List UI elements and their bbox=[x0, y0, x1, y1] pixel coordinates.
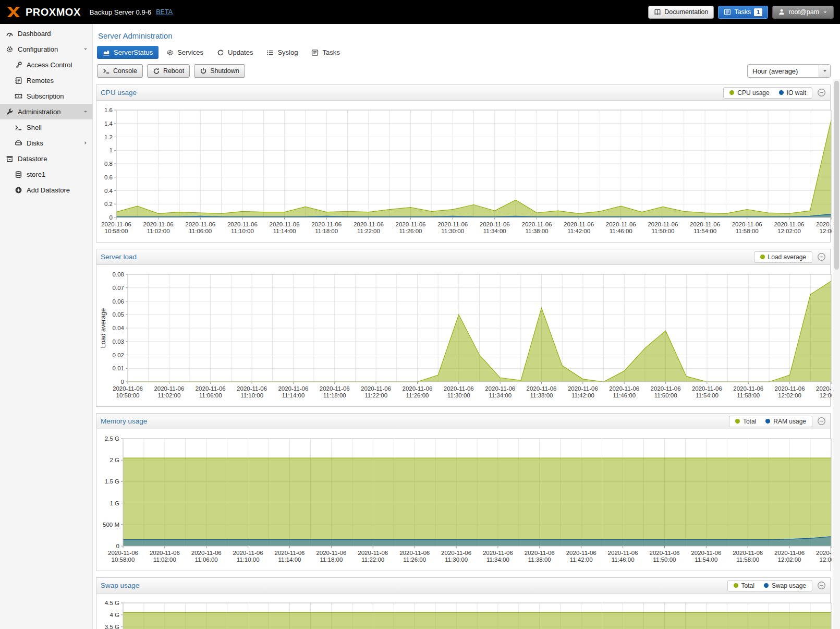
tab-updates[interactable]: Updates bbox=[211, 46, 259, 59]
svg-text:11:38:00: 11:38:00 bbox=[528, 557, 551, 563]
tab-bar: ServerStatusServicesUpdatesSyslogTasks bbox=[97, 46, 831, 59]
reboot-button[interactable]: Reboot bbox=[147, 64, 190, 78]
svg-text:10:58:00: 10:58:00 bbox=[112, 557, 135, 563]
sidebar-item-add-datastore[interactable]: Add Datastore bbox=[0, 182, 92, 198]
svg-text:0.08: 0.08 bbox=[113, 271, 124, 277]
svg-text:2020-11-06: 2020-11-06 bbox=[403, 385, 433, 392]
svg-text:2020-11-06: 2020-11-06 bbox=[816, 550, 832, 556]
caret-right-icon[interactable] bbox=[82, 140, 89, 146]
collapse-panel-button[interactable] bbox=[817, 417, 826, 426]
svg-text:2020-11-06: 2020-11-06 bbox=[399, 550, 430, 556]
sidebar-item-subscription[interactable]: Subscription bbox=[0, 88, 92, 104]
svg-text:2020-11-06: 2020-11-06 bbox=[354, 221, 384, 227]
console-label: Console bbox=[113, 67, 137, 75]
tab-serverstatus[interactable]: ServerStatus bbox=[97, 46, 159, 59]
sidebar-item-label: store1 bbox=[27, 171, 45, 178]
scrollbar[interactable] bbox=[833, 79, 840, 629]
svg-text:11:50:00: 11:50:00 bbox=[654, 392, 677, 398]
svg-text:0.04: 0.04 bbox=[113, 325, 125, 331]
collapse-panel-button[interactable] bbox=[817, 88, 826, 97]
caret-down-icon[interactable] bbox=[82, 108, 89, 115]
svg-text:2020-11-06: 2020-11-06 bbox=[522, 221, 552, 227]
tasks-icon bbox=[311, 49, 319, 56]
sidebar-item-configuration[interactable]: Configuration bbox=[0, 41, 92, 57]
svg-text:2020-11-06: 2020-11-06 bbox=[650, 550, 680, 556]
svg-text:11:46:00: 11:46:00 bbox=[613, 392, 636, 398]
timeframe-select[interactable]: Hour (average) bbox=[747, 64, 831, 78]
svg-text:1 G: 1 G bbox=[109, 500, 119, 506]
svg-text:11:06:00: 11:06:00 bbox=[199, 392, 222, 398]
sidebar-item-label: Remotes bbox=[27, 77, 54, 84]
svg-text:0.8: 0.8 bbox=[104, 161, 113, 167]
svg-text:11:58:00: 11:58:00 bbox=[736, 228, 759, 234]
svg-text:2020-11-06: 2020-11-06 bbox=[527, 385, 557, 392]
sidebar-item-access-control[interactable]: Access Control bbox=[0, 57, 92, 72]
svg-text:10:58:00: 10:58:00 bbox=[105, 228, 128, 234]
chart-canvas: 0500 M1 G1.5 G2 G2.5 G3 G3.5 G4 G4.5 G20… bbox=[99, 597, 832, 629]
caret-down-icon[interactable] bbox=[82, 46, 89, 52]
svg-text:2020-11-06: 2020-11-06 bbox=[525, 550, 555, 556]
svg-text:0.02: 0.02 bbox=[113, 352, 124, 358]
svg-text:1.5 G: 1.5 G bbox=[105, 478, 119, 485]
tab-label: Syslog bbox=[277, 49, 298, 56]
svg-text:2020-11-06: 2020-11-06 bbox=[108, 550, 138, 556]
scrollbar-thumb[interactable] bbox=[834, 81, 839, 270]
sidebar-item-administration[interactable]: Administration bbox=[0, 104, 92, 119]
svg-text:11:02:00: 11:02:00 bbox=[147, 228, 170, 234]
legend-item: Swap usage bbox=[764, 582, 806, 589]
combo-trigger[interactable] bbox=[819, 65, 830, 77]
svg-text:4.5 G: 4.5 G bbox=[105, 600, 119, 606]
panel-title: Swap usage bbox=[101, 582, 139, 589]
console-button[interactable]: Console bbox=[97, 64, 143, 78]
chart-legend: CPU usageIO wait bbox=[723, 87, 812, 99]
svg-text:0.07: 0.07 bbox=[113, 285, 124, 291]
documentation-button[interactable]: Documentation bbox=[648, 6, 714, 19]
svg-text:0: 0 bbox=[121, 379, 124, 385]
sidebar-item-shell[interactable]: Shell bbox=[0, 119, 92, 135]
tab-tasks[interactable]: Tasks bbox=[306, 46, 345, 59]
svg-text:2020-11-06: 2020-11-06 bbox=[320, 385, 350, 392]
svg-text:10:58:00: 10:58:00 bbox=[116, 392, 140, 398]
tab-services[interactable]: Services bbox=[161, 46, 209, 59]
sidebar-item-datastore[interactable]: Datastore bbox=[0, 151, 92, 166]
svg-text:2020-11-06: 2020-11-06 bbox=[733, 385, 763, 392]
svg-text:2020-11-06: 2020-11-06 bbox=[480, 221, 510, 227]
svg-text:2020-11-06: 2020-11-06 bbox=[568, 385, 598, 392]
tab-syslog[interactable]: Syslog bbox=[261, 46, 303, 59]
svg-text:2020-11-06: 2020-11-06 bbox=[437, 221, 468, 227]
area-chart-icon bbox=[103, 49, 110, 56]
sidebar-item-store1[interactable]: store1 bbox=[0, 166, 92, 182]
svg-text:11:10:00: 11:10:00 bbox=[240, 392, 263, 398]
svg-text:12:06:00: 12:06:00 bbox=[820, 228, 832, 234]
panel-title: Memory usage bbox=[101, 417, 147, 425]
svg-text:11:02:00: 11:02:00 bbox=[153, 557, 176, 563]
svg-text:0.06: 0.06 bbox=[113, 298, 124, 305]
chart-legend: TotalSwap usage bbox=[727, 580, 812, 591]
svg-text:11:14:00: 11:14:00 bbox=[282, 392, 305, 398]
svg-text:2020-11-06: 2020-11-06 bbox=[270, 221, 300, 227]
svg-text:2020-11-06: 2020-11-06 bbox=[278, 385, 308, 392]
collapse-panel-button[interactable] bbox=[817, 252, 826, 261]
svg-text:11:22:00: 11:22:00 bbox=[364, 392, 387, 398]
user-icon bbox=[778, 8, 785, 16]
reboot-icon bbox=[153, 67, 160, 75]
user-menu-button[interactable]: root@pam bbox=[772, 6, 834, 19]
tasks-button[interactable]: Tasks 1 bbox=[718, 6, 768, 19]
sidebar-item-disks[interactable]: Disks bbox=[0, 135, 92, 151]
svg-text:11:58:00: 11:58:00 bbox=[736, 557, 759, 563]
sidebar-item-remotes[interactable]: Remotes bbox=[0, 72, 92, 88]
svg-text:0.05: 0.05 bbox=[113, 311, 124, 318]
legend-swatch bbox=[760, 255, 765, 259]
svg-text:11:34:00: 11:34:00 bbox=[486, 557, 509, 563]
svg-text:11:46:00: 11:46:00 bbox=[612, 557, 635, 563]
sidebar-item-dashboard[interactable]: Dashboard bbox=[0, 26, 92, 41]
beta-link[interactable]: BETA bbox=[156, 8, 173, 16]
svg-text:2020-11-06: 2020-11-06 bbox=[275, 550, 305, 556]
shutdown-button[interactable]: Shutdown bbox=[194, 64, 245, 78]
database-icon bbox=[15, 171, 22, 178]
sidebar-item-label: Disks bbox=[27, 139, 43, 147]
brand-text: PROXMOX bbox=[26, 6, 81, 18]
collapse-panel-button[interactable] bbox=[817, 581, 826, 590]
sidebar-item-label: Dashboard bbox=[18, 30, 51, 38]
svg-text:0.03: 0.03 bbox=[113, 338, 124, 345]
